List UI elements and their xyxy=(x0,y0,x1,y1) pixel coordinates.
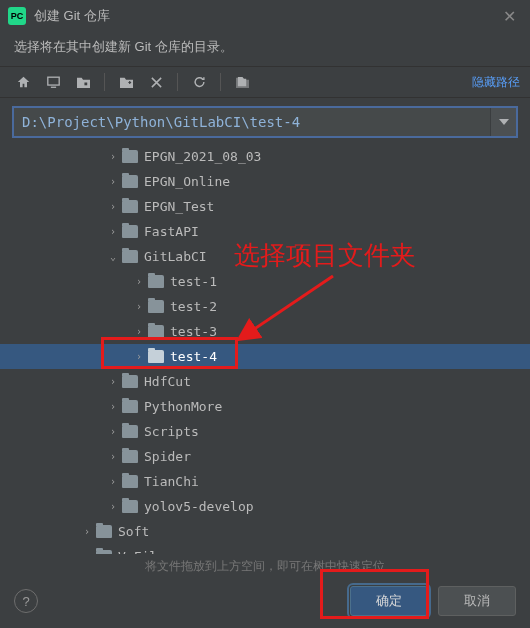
close-icon[interactable]: ✕ xyxy=(497,7,522,26)
dialog-subtitle: 选择将在其中创建新 Git 仓库的目录。 xyxy=(0,32,530,66)
tree-row[interactable]: ›EPGN_Online xyxy=(0,169,530,194)
folder-icon xyxy=(96,525,112,538)
cancel-button[interactable]: 取消 xyxy=(438,586,516,616)
folder-icon xyxy=(122,400,138,413)
chevron-right-icon[interactable]: › xyxy=(106,226,120,237)
toggle-paths-link[interactable]: 隐藏路径 xyxy=(472,74,520,91)
tree-row[interactable]: ›EPGN_Test xyxy=(0,194,530,219)
chevron-down-icon[interactable]: ⌄ xyxy=(106,251,120,262)
directory-tree[interactable]: ›EPGN_2021_08_03›EPGN_Online›EPGN_Test›F… xyxy=(0,142,530,554)
chevron-right-icon[interactable]: › xyxy=(132,301,146,312)
chevron-right-icon[interactable]: › xyxy=(106,201,120,212)
tree-row[interactable]: ›HdfCut xyxy=(0,369,530,394)
tree-row[interactable]: ›Spider xyxy=(0,444,530,469)
folder-icon xyxy=(122,500,138,513)
tree-row[interactable]: ›PythonMore xyxy=(0,394,530,419)
tree-row-label: PythonMore xyxy=(144,399,222,414)
svg-rect-1 xyxy=(84,82,87,85)
path-dropdown-button[interactable] xyxy=(490,108,516,136)
tree-row-label: test-3 xyxy=(170,324,217,339)
tree-row[interactable]: ›test-4 xyxy=(0,344,530,369)
tree-row-label: TianChi xyxy=(144,474,199,489)
folder-icon xyxy=(122,450,138,463)
tree-row-label: EPGN_Online xyxy=(144,174,230,189)
help-button[interactable]: ? xyxy=(14,589,38,613)
folder-icon xyxy=(96,550,112,554)
chevron-right-icon[interactable]: › xyxy=(80,526,94,537)
chevron-right-icon[interactable]: › xyxy=(132,326,146,337)
toolbar-separator xyxy=(220,73,221,91)
chevron-right-icon[interactable]: › xyxy=(106,451,120,462)
chevron-right-icon[interactable]: › xyxy=(106,426,120,437)
chevron-right-icon[interactable]: › xyxy=(132,351,146,362)
chevron-right-icon[interactable]: › xyxy=(106,151,120,162)
chevron-right-icon[interactable]: › xyxy=(106,476,120,487)
path-row xyxy=(12,106,518,138)
tree-row-label: FastAPI xyxy=(144,224,199,239)
app-icon: PC xyxy=(8,7,26,25)
tree-row-label: test-1 xyxy=(170,274,217,289)
chevron-right-icon[interactable]: › xyxy=(106,176,120,187)
tree-row-label: test-4 xyxy=(170,349,217,364)
show-hidden-icon[interactable] xyxy=(229,70,255,94)
toolbar-separator xyxy=(104,73,105,91)
folder-icon xyxy=(148,325,164,338)
tree-row-label: VmFile xyxy=(118,549,165,554)
chevron-right-icon[interactable]: › xyxy=(80,551,94,554)
titlebar: PC 创建 Git 仓库 ✕ xyxy=(0,0,530,32)
chevron-right-icon[interactable]: › xyxy=(132,276,146,287)
folder-icon xyxy=(122,375,138,388)
chevron-right-icon[interactable]: › xyxy=(106,401,120,412)
cancel-button-label: 取消 xyxy=(464,592,490,610)
path-input[interactable] xyxy=(14,108,490,136)
ok-button-label: 确定 xyxy=(376,592,402,610)
tree-row[interactable]: ›VmFile xyxy=(0,544,530,554)
tree-row[interactable]: ›test-3 xyxy=(0,319,530,344)
svg-rect-0 xyxy=(47,77,58,85)
chevron-right-icon[interactable]: › xyxy=(106,376,120,387)
home-icon[interactable] xyxy=(10,70,36,94)
tree-row[interactable]: ›EPGN_2021_08_03 xyxy=(0,144,530,169)
folder-icon xyxy=(122,175,138,188)
folder-icon xyxy=(122,225,138,238)
toolbar-separator xyxy=(177,73,178,91)
folder-icon xyxy=(122,250,138,263)
desktop-icon[interactable] xyxy=(40,70,66,94)
tree-row-label: GitLabCI xyxy=(144,249,207,264)
tree-row-label: Soft xyxy=(118,524,149,539)
tree-row[interactable]: ⌄GitLabCI xyxy=(0,244,530,269)
project-icon[interactable] xyxy=(70,70,96,94)
folder-icon xyxy=(122,200,138,213)
folder-icon xyxy=(148,300,164,313)
tree-row-label: Scripts xyxy=(144,424,199,439)
tree-row[interactable]: ›test-2 xyxy=(0,294,530,319)
toolbar: 隐藏路径 xyxy=(0,66,530,98)
tree-row[interactable]: ›Scripts xyxy=(0,419,530,444)
tree-row[interactable]: ›yolov5-develop xyxy=(0,494,530,519)
folder-icon xyxy=(148,275,164,288)
tree-row-label: yolov5-develop xyxy=(144,499,254,514)
chevron-right-icon[interactable]: › xyxy=(106,501,120,512)
refresh-icon[interactable] xyxy=(186,70,212,94)
tree-row[interactable]: ›Soft xyxy=(0,519,530,544)
tree-row-label: Spider xyxy=(144,449,191,464)
new-folder-icon[interactable] xyxy=(113,70,139,94)
tree-row[interactable]: ›test-1 xyxy=(0,269,530,294)
tree-row[interactable]: ›FastAPI xyxy=(0,219,530,244)
folder-icon xyxy=(122,475,138,488)
delete-icon[interactable] xyxy=(143,70,169,94)
folder-icon xyxy=(148,350,164,363)
tree-row-label: HdfCut xyxy=(144,374,191,389)
tree-row-label: EPGN_2021_08_03 xyxy=(144,149,261,164)
tree-row[interactable]: ›TianChi xyxy=(0,469,530,494)
ok-button[interactable]: 确定 xyxy=(350,586,428,616)
folder-icon xyxy=(122,150,138,163)
tree-row-label: EPGN_Test xyxy=(144,199,214,214)
window-title: 创建 Git 仓库 xyxy=(34,7,497,25)
tree-row-label: test-2 xyxy=(170,299,217,314)
footer: ? 确定 取消 xyxy=(0,574,530,628)
folder-icon xyxy=(122,425,138,438)
